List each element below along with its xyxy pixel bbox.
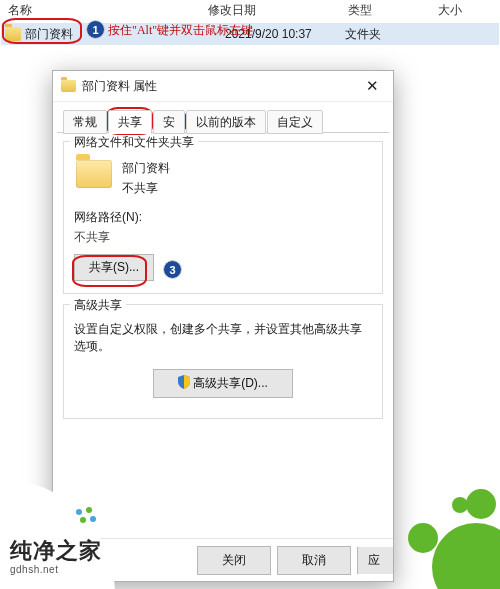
- tab-general[interactable]: 常规: [63, 110, 107, 134]
- shield-icon: [178, 375, 190, 389]
- advanced-share-group: 高级共享 设置自定义权限，创建多个共享，并设置其他高级共享选项。 高级共享(D)…: [63, 304, 383, 419]
- advanced-share-button-label: 高级共享(D)...: [193, 376, 268, 390]
- folder-icon-large: [76, 160, 112, 188]
- apply-button[interactable]: 应: [357, 547, 393, 574]
- step-badge-3: 3: [163, 260, 182, 279]
- close-icon[interactable]: ✕: [351, 71, 393, 101]
- network-share-group: 网络文件和文件夹共享 部门资料 不共享 网络路径(N): 不共享 共享(S)..…: [63, 141, 383, 294]
- column-date[interactable]: 修改日期: [58, 2, 348, 19]
- file-type: 文件夹: [345, 26, 425, 43]
- share-button[interactable]: 共享(S)...: [74, 254, 154, 281]
- share-state: 不共享: [122, 180, 170, 197]
- titlebar[interactable]: 部门资料 属性 ✕: [53, 71, 393, 102]
- dialog-footer: 关闭 取消 应: [53, 538, 393, 581]
- step-hint-1: 按住"Alt"键并双击鼠标左键: [108, 22, 253, 39]
- network-path-label: 网络路径(N):: [74, 209, 372, 226]
- column-name[interactable]: 名称: [4, 2, 58, 19]
- network-path-value: 不共享: [74, 229, 372, 246]
- advanced-share-title: 高级共享: [70, 297, 126, 314]
- close-button[interactable]: 关闭: [197, 546, 271, 575]
- advanced-share-desc: 设置自定义权限，创建多个共享，并设置其他高级共享选项。: [74, 321, 372, 355]
- titlebar-folder-icon: [61, 80, 76, 92]
- advanced-share-button[interactable]: 高级共享(D)...: [153, 369, 293, 398]
- tab-custom[interactable]: 自定义: [267, 110, 323, 134]
- share-folder-name: 部门资料: [122, 160, 170, 177]
- cancel-button[interactable]: 取消: [277, 546, 351, 575]
- column-size[interactable]: 大小: [418, 2, 488, 19]
- tabs: 常规 共享 安 以前的版本 自定义: [53, 110, 393, 133]
- network-share-group-title: 网络文件和文件夹共享: [70, 134, 198, 151]
- tab-sharing[interactable]: 共享: [108, 110, 152, 134]
- step-badge-1: 1: [86, 20, 105, 39]
- window-title: 部门资料 属性: [82, 78, 351, 95]
- folder-icon: [5, 27, 21, 41]
- explorer-columns: 名称 修改日期 类型 大小: [0, 0, 500, 21]
- tab-previous-versions[interactable]: 以前的版本: [186, 110, 266, 134]
- folder-preview: 部门资料 不共享: [74, 160, 372, 197]
- column-type[interactable]: 类型: [348, 2, 418, 19]
- properties-dialog: 部门资料 属性 ✕ 常规 共享 安 以前的版本 自定义 网络文件和文件夹共享 部…: [52, 70, 394, 582]
- tab-security[interactable]: 安: [153, 110, 185, 134]
- dialog-body: 网络文件和文件夹共享 部门资料 不共享 网络路径(N): 不共享 共享(S)..…: [53, 133, 393, 538]
